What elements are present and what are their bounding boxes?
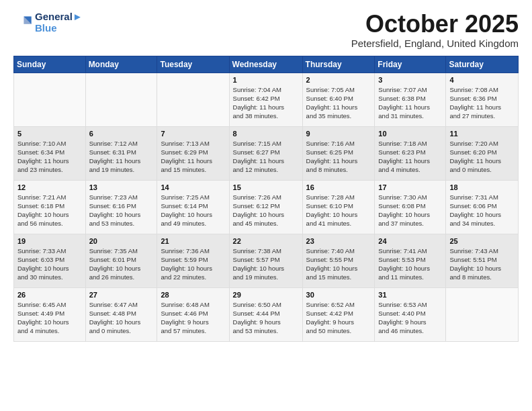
day-number: 4: [449, 76, 515, 84]
calendar-cell: 5Sunrise: 7:10 AM Sunset: 6:34 PM Daylig…: [14, 126, 86, 180]
calendar-cell: 6Sunrise: 7:12 AM Sunset: 6:31 PM Daylig…: [85, 126, 157, 180]
day-number: 22: [233, 237, 299, 245]
day-info: Sunrise: 6:52 AM Sunset: 4:42 PM Dayligh…: [306, 300, 371, 336]
day-info: Sunrise: 6:53 AM Sunset: 4:40 PM Dayligh…: [378, 300, 442, 336]
day-number: 12: [17, 183, 82, 191]
day-number: 16: [306, 183, 371, 191]
calendar-cell: 14Sunrise: 7:25 AM Sunset: 6:14 PM Dayli…: [157, 180, 229, 234]
weekday-header-friday: Friday: [375, 56, 446, 73]
calendar-cell: 10Sunrise: 7:18 AM Sunset: 6:23 PM Dayli…: [375, 126, 446, 180]
day-info: Sunrise: 7:07 AM Sunset: 6:38 PM Dayligh…: [378, 85, 442, 121]
calendar-cell: 2Sunrise: 7:05 AM Sunset: 6:40 PM Daylig…: [302, 73, 375, 126]
day-number: 7: [161, 130, 225, 138]
weekday-header-row: SundayMondayTuesdayWednesdayThursdayFrid…: [14, 56, 519, 73]
day-number: 17: [378, 183, 442, 191]
calendar-cell: 18Sunrise: 7:31 AM Sunset: 6:06 PM Dayli…: [446, 180, 519, 234]
day-number: 26: [17, 291, 82, 299]
calendar-cell: 22Sunrise: 7:38 AM Sunset: 5:57 PM Dayli…: [229, 234, 302, 287]
logo: General► Blue: [13, 11, 83, 34]
day-number: 28: [161, 291, 225, 299]
day-info: Sunrise: 7:21 AM Sunset: 6:18 PM Dayligh…: [17, 193, 82, 228]
week-row-5: 26Sunrise: 6:45 AM Sunset: 4:49 PM Dayli…: [14, 287, 519, 341]
day-number: 19: [17, 237, 82, 245]
day-info: Sunrise: 7:26 AM Sunset: 6:12 PM Dayligh…: [233, 193, 299, 228]
day-info: Sunrise: 6:50 AM Sunset: 4:44 PM Dayligh…: [233, 300, 299, 336]
day-number: 9: [306, 130, 371, 138]
day-number: 31: [378, 291, 442, 299]
day-info: Sunrise: 7:36 AM Sunset: 5:59 PM Dayligh…: [161, 246, 225, 282]
calendar-cell: 11Sunrise: 7:20 AM Sunset: 6:20 PM Dayli…: [446, 126, 519, 180]
week-row-2: 5Sunrise: 7:10 AM Sunset: 6:34 PM Daylig…: [14, 126, 519, 180]
calendar-cell: 16Sunrise: 7:28 AM Sunset: 6:10 PM Dayli…: [302, 180, 375, 234]
calendar-cell: 1Sunrise: 7:04 AM Sunset: 6:42 PM Daylig…: [229, 73, 302, 126]
day-info: Sunrise: 7:40 AM Sunset: 5:55 PM Dayligh…: [306, 246, 371, 282]
calendar-cell: 15Sunrise: 7:26 AM Sunset: 6:12 PM Dayli…: [229, 180, 302, 234]
day-number: 3: [378, 76, 442, 84]
logo-text: General► Blue: [35, 11, 83, 34]
day-number: 13: [89, 183, 154, 191]
page: General► Blue October 2025 Petersfield, …: [0, 0, 532, 349]
calendar-cell: 3Sunrise: 7:07 AM Sunset: 6:38 PM Daylig…: [375, 73, 446, 126]
week-row-4: 19Sunrise: 7:33 AM Sunset: 6:03 PM Dayli…: [14, 234, 519, 287]
day-info: Sunrise: 7:31 AM Sunset: 6:06 PM Dayligh…: [449, 193, 515, 228]
day-info: Sunrise: 7:35 AM Sunset: 6:01 PM Dayligh…: [89, 246, 154, 282]
day-number: 25: [449, 237, 515, 245]
location: Petersfield, England, United Kingdom: [351, 38, 519, 49]
month-title: October 2025: [351, 11, 519, 38]
title-block: October 2025 Petersfield, England, Unite…: [351, 11, 519, 49]
weekday-header-sunday: Sunday: [14, 56, 86, 73]
day-info: Sunrise: 7:16 AM Sunset: 6:25 PM Dayligh…: [306, 139, 371, 175]
header: General► Blue October 2025 Petersfield, …: [13, 11, 519, 49]
calendar-cell: 9Sunrise: 7:16 AM Sunset: 6:25 PM Daylig…: [302, 126, 375, 180]
calendar-cell: 25Sunrise: 7:43 AM Sunset: 5:51 PM Dayli…: [446, 234, 519, 287]
day-info: Sunrise: 7:30 AM Sunset: 6:08 PM Dayligh…: [378, 193, 442, 228]
day-number: 14: [161, 183, 225, 191]
day-number: 15: [233, 183, 299, 191]
day-info: Sunrise: 7:25 AM Sunset: 6:14 PM Dayligh…: [161, 193, 225, 228]
calendar-cell: 28Sunrise: 6:48 AM Sunset: 4:46 PM Dayli…: [157, 287, 229, 341]
day-info: Sunrise: 7:08 AM Sunset: 6:36 PM Dayligh…: [449, 85, 515, 121]
calendar-cell: [85, 73, 157, 126]
day-info: Sunrise: 6:48 AM Sunset: 4:46 PM Dayligh…: [161, 300, 225, 336]
calendar-cell: 13Sunrise: 7:23 AM Sunset: 6:16 PM Dayli…: [85, 180, 157, 234]
day-number: 8: [233, 130, 299, 138]
svg-marker-2: [24, 17, 31, 24]
week-row-1: 1Sunrise: 7:04 AM Sunset: 6:42 PM Daylig…: [14, 73, 519, 126]
day-number: 20: [89, 237, 154, 245]
calendar-cell: 24Sunrise: 7:41 AM Sunset: 5:53 PM Dayli…: [375, 234, 446, 287]
day-number: 10: [378, 130, 442, 138]
day-number: 29: [233, 291, 299, 299]
day-number: 21: [161, 237, 225, 245]
calendar-cell: 20Sunrise: 7:35 AM Sunset: 6:01 PM Dayli…: [85, 234, 157, 287]
day-number: 1: [233, 76, 299, 84]
day-number: 2: [306, 76, 371, 84]
day-info: Sunrise: 6:47 AM Sunset: 4:48 PM Dayligh…: [89, 300, 154, 336]
day-info: Sunrise: 7:43 AM Sunset: 5:51 PM Dayligh…: [449, 246, 515, 282]
day-number: 24: [378, 237, 442, 245]
day-info: Sunrise: 7:18 AM Sunset: 6:23 PM Dayligh…: [378, 139, 442, 175]
calendar-cell: [14, 73, 86, 126]
day-info: Sunrise: 7:20 AM Sunset: 6:20 PM Dayligh…: [449, 139, 515, 175]
day-number: 23: [306, 237, 371, 245]
logo-icon: [13, 13, 32, 32]
day-info: Sunrise: 7:12 AM Sunset: 6:31 PM Dayligh…: [89, 139, 154, 175]
calendar-cell: 21Sunrise: 7:36 AM Sunset: 5:59 PM Dayli…: [157, 234, 229, 287]
calendar-cell: 4Sunrise: 7:08 AM Sunset: 6:36 PM Daylig…: [446, 73, 519, 126]
day-info: Sunrise: 6:45 AM Sunset: 4:49 PM Dayligh…: [17, 300, 82, 336]
day-number: 18: [449, 183, 515, 191]
calendar-cell: 12Sunrise: 7:21 AM Sunset: 6:18 PM Dayli…: [14, 180, 86, 234]
weekday-header-thursday: Thursday: [302, 56, 375, 73]
calendar-cell: 26Sunrise: 6:45 AM Sunset: 4:49 PM Dayli…: [14, 287, 86, 341]
calendar-table: SundayMondayTuesdayWednesdayThursdayFrid…: [13, 56, 519, 342]
day-number: 11: [449, 130, 515, 138]
day-info: Sunrise: 7:33 AM Sunset: 6:03 PM Dayligh…: [17, 246, 82, 282]
day-number: 6: [89, 130, 154, 138]
day-info: Sunrise: 7:38 AM Sunset: 5:57 PM Dayligh…: [233, 246, 299, 282]
calendar-cell: 17Sunrise: 7:30 AM Sunset: 6:08 PM Dayli…: [375, 180, 446, 234]
calendar-cell: 27Sunrise: 6:47 AM Sunset: 4:48 PM Dayli…: [85, 287, 157, 341]
day-number: 5: [17, 130, 82, 138]
weekday-header-monday: Monday: [85, 56, 157, 73]
weekday-header-wednesday: Wednesday: [229, 56, 302, 73]
calendar-cell: 30Sunrise: 6:52 AM Sunset: 4:42 PM Dayli…: [302, 287, 375, 341]
day-info: Sunrise: 7:41 AM Sunset: 5:53 PM Dayligh…: [378, 246, 442, 282]
